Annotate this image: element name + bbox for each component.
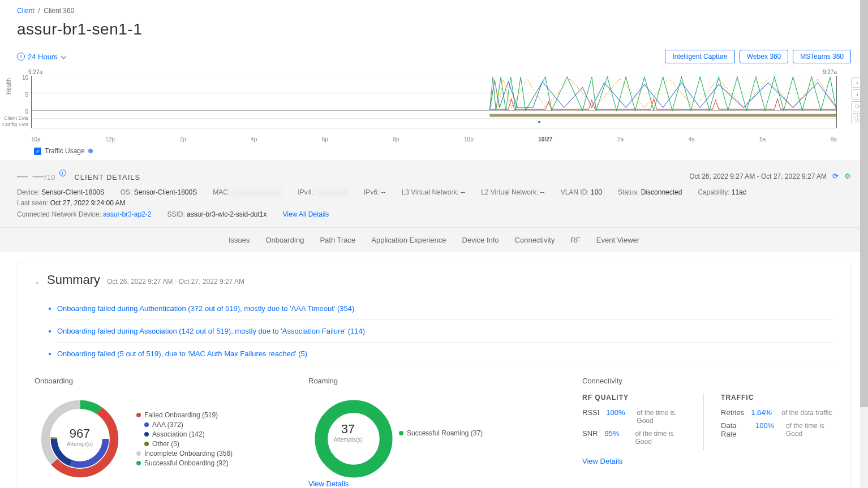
svg-point-6 bbox=[538, 121, 540, 123]
time-range-selector[interactable]: i 24 Hours bbox=[17, 53, 66, 61]
finding-link[interactable]: Onboarding failed during Authentication … bbox=[57, 304, 354, 313]
traffic-title: TRAFFIC bbox=[721, 394, 833, 401]
traffic-usage-label: Traffic Usage bbox=[45, 147, 85, 155]
config-evts-label: Config Evts bbox=[0, 122, 28, 127]
traffic-usage-dot-icon bbox=[88, 149, 93, 153]
client-meta-row-1: Device: Sensor-Client-1800S OS: Sensor-C… bbox=[17, 188, 851, 207]
roaming-legend: Successful Roaming (37) bbox=[399, 427, 483, 439]
findings-list: Onboarding failed during Authentication … bbox=[40, 297, 833, 365]
client-evts-label: Client Evts bbox=[0, 115, 28, 121]
summary-subtitle: Oct 26, 2022 9:27 AM - Oct 27, 2022 9:27… bbox=[107, 278, 244, 286]
chart-legend: ✓ Traffic Usage bbox=[0, 145, 868, 161]
onboarding-title: Onboarding bbox=[35, 377, 286, 385]
onboarding-attempts-label: Attempt(s) bbox=[35, 441, 125, 447]
detail-tabs: Issues Onboarding Path Trace Application… bbox=[0, 228, 868, 252]
health-score: — —/10 i bbox=[17, 170, 70, 182]
onboarding-donut-chart[interactable]: 967 Attempt(s) bbox=[35, 394, 125, 484]
info-icon[interactable]: i bbox=[59, 170, 66, 176]
chart-plot-area[interactable] bbox=[31, 76, 837, 128]
webex-360-button[interactable]: Webex 360 bbox=[740, 50, 789, 63]
roaming-title: Roaming bbox=[308, 377, 560, 385]
health-chart[interactable]: 9:27a 9:27a Health Traffic Usage - kB 10… bbox=[0, 69, 868, 145]
settings-icon[interactable]: ⚙ bbox=[844, 172, 851, 180]
client-meta-row-2: Connected Network Device: assur-br3-ap2-… bbox=[17, 210, 851, 218]
tab-device-info[interactable]: Device Info bbox=[462, 234, 499, 247]
tab-app-experience[interactable]: Application Experience bbox=[371, 234, 446, 247]
connectivity-panel: Connectivity RF QUALITY RSSI100%of the t… bbox=[582, 377, 833, 488]
details-date-range: Oct 26, 2022 9:27 AM - Oct 27, 2022 9:27… bbox=[689, 172, 827, 180]
tab-onboarding[interactable]: Onboarding bbox=[265, 234, 304, 247]
breadcrumb-root-link[interactable]: Client bbox=[17, 7, 35, 15]
client-details-section: — —/10 i CLIENT DETAILS Oct 26, 2022 9:2… bbox=[0, 161, 868, 228]
roaming-attempts-value: 37 bbox=[308, 422, 388, 437]
roaming-attempts-label: Attempts(s) bbox=[308, 437, 388, 443]
summary-title: Summary bbox=[47, 273, 100, 287]
traffic-usage-checkbox[interactable]: ✓ bbox=[34, 148, 41, 155]
scrollbar-thumb[interactable] bbox=[860, 0, 868, 407]
clock-icon: i bbox=[17, 53, 25, 61]
tab-event-viewer[interactable]: Event Viewer bbox=[596, 234, 639, 247]
chart-ts-left: 9:27a bbox=[28, 69, 42, 75]
breadcrumb: Client / Client 360 bbox=[0, 0, 868, 18]
onboarding-legend: Failed Onboarding (519) AAA (372) Associ… bbox=[136, 409, 233, 469]
client-details-title: CLIENT DETAILS bbox=[74, 173, 140, 182]
msteams-360-button[interactable]: MSTeams 360 bbox=[793, 50, 851, 63]
chevron-down-icon bbox=[61, 54, 66, 59]
roaming-panel: Roaming 37 Attempts(s) Successful Roamin… bbox=[308, 377, 560, 488]
tab-issues[interactable]: Issues bbox=[229, 234, 250, 247]
intelligent-capture-button[interactable]: Intelligent Capture bbox=[665, 50, 734, 63]
tab-rf[interactable]: RF bbox=[570, 234, 580, 247]
page-title: assur-br1-sen1-1 bbox=[0, 18, 868, 47]
tab-path-trace[interactable]: Path Trace bbox=[320, 234, 355, 247]
connectivity-view-details-link[interactable]: View Details bbox=[582, 457, 833, 465]
x-axis-ticks: 10a12p2p 4p6p8p 10p10/27 2a4a6a 8a bbox=[31, 136, 837, 142]
finding-link[interactable]: Onboarding failed (5 out of 519), due to… bbox=[57, 349, 307, 358]
connected-device-link[interactable]: assur-br3-ap2-2 bbox=[103, 210, 151, 218]
tab-connectivity[interactable]: Connectivity bbox=[515, 234, 555, 247]
refresh-icon[interactable]: ⟳ bbox=[832, 172, 839, 180]
summary-card: ⌄ Summary Oct 26, 2022 9:27 AM - Oct 27,… bbox=[17, 261, 851, 488]
y-axis-label: Health bbox=[6, 78, 12, 94]
onboarding-attempts-value: 967 bbox=[35, 426, 125, 441]
svg-rect-5 bbox=[489, 114, 836, 116]
collapse-icon[interactable]: ⌄ bbox=[35, 278, 40, 286]
onboarding-panel: Onboarding bbox=[35, 377, 286, 488]
view-all-details-link[interactable]: View All Details bbox=[283, 210, 329, 218]
scrollbar[interactable] bbox=[860, 0, 868, 488]
finding-link[interactable]: Onboarding failed during Association (14… bbox=[57, 327, 365, 335]
rf-quality-title: RF QUALITY bbox=[582, 394, 681, 401]
breadcrumb-current: Client 360 bbox=[44, 7, 74, 15]
roaming-donut-chart[interactable]: 37 Attempts(s) bbox=[308, 394, 388, 473]
connectivity-title: Connectivity bbox=[582, 377, 833, 385]
time-range-label: 24 Hours bbox=[28, 53, 58, 61]
chart-ts-right: 9:27a bbox=[823, 69, 837, 75]
